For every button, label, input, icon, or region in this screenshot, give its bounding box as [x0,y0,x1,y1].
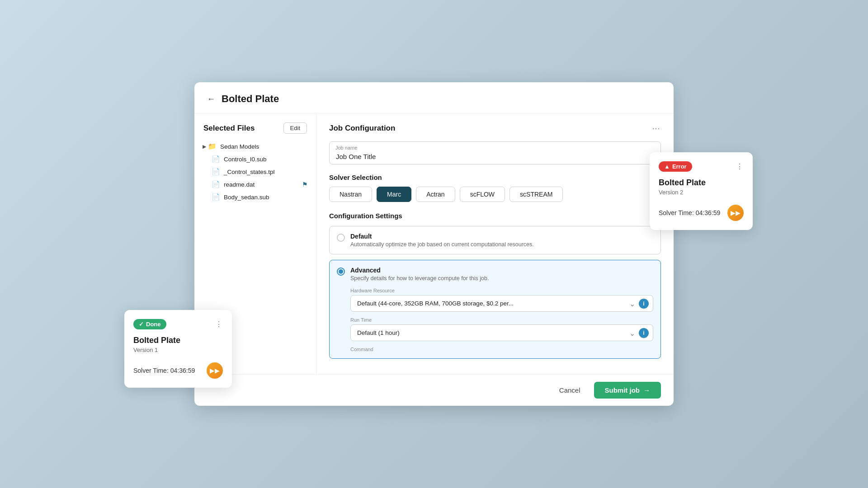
runtime-info-button[interactable]: i [639,328,649,338]
radio-advanced [337,267,345,276]
config-advanced-option[interactable]: Advanced Specify details for how to leve… [329,260,661,359]
solver-marc-button[interactable]: Marc [377,187,411,202]
back-button[interactable]: ← [207,94,215,104]
checkmark-icon: ✓ [139,321,144,328]
list-item[interactable]: 📄 readme.dat ⚑ [199,178,311,191]
solver-time-value: 04:36:59 [170,367,195,374]
solver-nastran-button[interactable]: Nastran [329,187,372,202]
list-item[interactable]: 📄 Body_sedan.sub [199,191,311,203]
left-panel-header: Selected Files Edit [194,122,316,140]
list-item[interactable]: 📄 Controls_I0.sub [199,153,311,165]
chevron-right-icon: ▶ [203,144,206,150]
error-badge-label: Error [672,163,687,170]
config-default-title: Default [350,233,534,240]
file-icon: 📄 [212,155,220,163]
file-icon: 📄 [212,193,220,201]
file-name: Sedan Models [220,143,259,150]
error-card-header: ▲ Error ⋮ [659,161,744,172]
file-icon: 📄 [212,168,220,176]
file-icon: 📄 [212,180,220,188]
hardware-select-wrapper: Default (44-core, 352GB RAM, 700GB stora… [350,295,653,312]
hardware-select[interactable]: Default (44-core, 352GB RAM, 700GB stora… [350,295,653,312]
file-name: readme.dat [224,181,255,188]
done-card-header: ✓ Done ⋮ [133,319,223,329]
list-item[interactable]: 📄 _Control_states.tpl [199,165,311,178]
config-section-title: Configuration Settings [329,212,661,220]
command-label: Command [350,347,653,352]
done-card-title: Bolted Plate [133,336,223,345]
done-solver-icon: ▶▶ [207,362,223,379]
hardware-resource-group: Hardware Resource Default (44-core, 352G… [350,288,653,352]
config-advanced-title: Advanced [350,267,653,274]
done-card: ✓ Done ⋮ Bolted Plate Version 1 Solver T… [124,310,232,388]
runtime-label: Run Time [350,317,653,323]
hardware-info-button[interactable]: i [639,299,649,309]
done-badge: ✓ Done [133,319,166,329]
solver-scstream-button[interactable]: scSTREAM [509,187,563,202]
job-config-title: Job Configuration [329,124,395,133]
hardware-label: Hardware Resource [350,288,653,293]
submit-job-button[interactable]: Submit job → [594,382,661,399]
folder-icon: 📁 [208,142,217,150]
flag-icon: ⚑ [302,181,308,188]
solver-section-title: Solver Selection [329,174,661,181]
error-card-more-button[interactable]: ⋮ [736,162,744,171]
done-card-footer: Solver Time: 04:36:59 ▶▶ [133,362,223,379]
submit-label: Submit job [605,386,640,394]
solver-actran-button[interactable]: Actran [416,187,455,202]
more-options-button[interactable]: ⋯ [652,123,661,133]
file-tree: ▶ 📁 Sedan Models 📄 Controls_I0.sub 📄 _Co… [194,140,316,203]
edit-button[interactable]: Edit [283,122,307,134]
file-name: Body_sedan.sub [224,194,269,201]
config-default-desc: Automatically optimize the job based on … [350,241,534,248]
error-card-footer: Solver Time: 04:36:59 ▶▶ [659,205,744,221]
cancel-button[interactable]: Cancel [552,383,588,398]
dialog-body: Selected Files Edit ▶ 📁 Sedan Models 📄 C… [194,113,674,374]
play-icon: ▶▶ [210,367,220,374]
warning-icon: ▲ [664,163,670,170]
play-icon: ▶▶ [731,209,741,216]
error-solver-time: Solver Time: 04:36:59 [659,209,720,216]
file-name: Controls_I0.sub [224,156,267,163]
dialog-footer: Cancel Submit job → [194,374,674,406]
error-solver-icon: ▶▶ [727,205,744,221]
solver-time-value: 04:36:59 [696,209,721,216]
config-default-option[interactable]: Default Automatically optimize the job b… [329,226,661,254]
main-dialog: ← Bolted Plate Selected Files Edit ▶ 📁 S… [194,82,674,406]
file-name: _Control_states.tpl [224,169,275,175]
error-badge: ▲ Error [659,161,692,172]
error-card: ▲ Error ⋮ Bolted Plate Version 2 Solver … [650,152,753,230]
dialog-header: ← Bolted Plate [194,82,674,113]
done-solver-time: Solver Time: 04:36:59 [133,367,195,374]
config-advanced-desc: Specify details for how to leverage comp… [350,275,653,282]
submit-arrow-icon: → [643,386,650,394]
error-card-version: Version 2 [659,189,744,196]
done-card-more-button[interactable]: ⋮ [215,320,223,328]
config-advanced-text: Advanced Specify details for how to leve… [350,267,653,352]
done-badge-label: Done [146,321,161,328]
solver-buttons-group: Nastran Marc Actran scFLOW scSTREAM [329,187,661,202]
right-panel: Job Configuration ⋯ Job name Solver Sele… [316,113,674,374]
dialog-title: Bolted Plate [222,93,279,105]
selected-files-title: Selected Files [203,124,255,133]
solver-scflow-button[interactable]: scFLOW [460,187,505,202]
runtime-select[interactable]: Default (1 hour) [350,324,653,341]
radio-default [337,234,345,242]
config-section: Configuration Settings Default Automatic… [329,212,661,359]
error-card-title: Bolted Plate [659,178,744,188]
job-name-group: Job name [329,141,661,164]
list-item[interactable]: ▶ 📁 Sedan Models [199,140,311,153]
job-name-input[interactable] [329,141,661,164]
runtime-select-wrapper: Default (1 hour) ⌄ i [350,324,653,341]
job-config-header: Job Configuration ⋯ [329,123,661,133]
config-default-text: Default Automatically optimize the job b… [350,233,534,248]
solver-time-label: Solver Time: [133,367,169,374]
done-card-version: Version 1 [133,347,223,353]
solver-time-label: Solver Time: [659,209,694,216]
solver-section: Solver Selection Nastran Marc Actran scF… [329,174,661,202]
